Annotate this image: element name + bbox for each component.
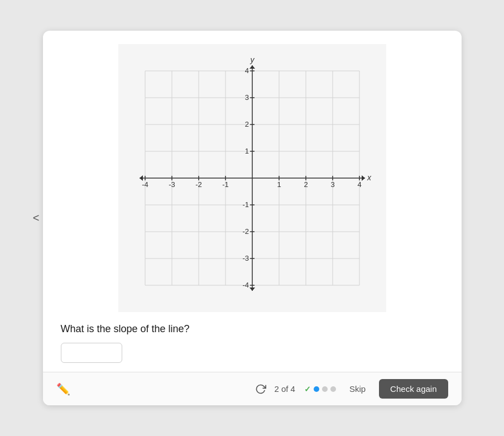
- left-arrow-icon: <: [33, 212, 40, 224]
- main-card: < What is the slope of the line? ✏️ 2 of…: [43, 31, 462, 405]
- progress-label: 2 of 4: [274, 384, 295, 394]
- progress-dot-2: [314, 386, 319, 392]
- slope-answer-input[interactable]: [61, 343, 122, 363]
- question-text: What is the slope of the line?: [61, 323, 190, 335]
- progress-dot-1: ✓: [304, 385, 311, 394]
- footer-left: ✏️: [56, 382, 70, 396]
- footer: ✏️ 2 of 4 ✓ Skip Check again: [43, 372, 462, 405]
- pencil-icon: ✏️: [56, 382, 70, 396]
- progress-dots: ✓: [304, 385, 336, 394]
- graph-container: [118, 44, 386, 312]
- reload-icon: [255, 384, 266, 395]
- progress-dot-4: [330, 386, 336, 392]
- coordinate-graph: [118, 44, 386, 312]
- nav-left-button[interactable]: <: [27, 209, 45, 227]
- progress-dot-3: [322, 386, 328, 392]
- content-area: What is the slope of the line?: [43, 31, 462, 372]
- check-again-button[interactable]: Check again: [379, 379, 448, 399]
- skip-button[interactable]: Skip: [343, 380, 372, 398]
